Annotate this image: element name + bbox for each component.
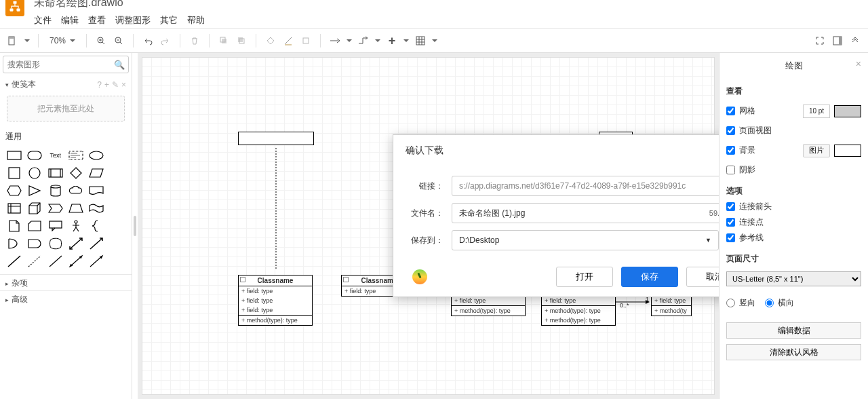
scratchpad-help-icon[interactable]: ? xyxy=(97,80,102,90)
canvas[interactable]: Classname + field: type + field: type + … xyxy=(138,53,719,399)
scratchpad-add-icon[interactable]: + xyxy=(104,80,109,90)
grid-checkbox[interactable] xyxy=(726,107,735,115)
conn-points-checkbox[interactable] xyxy=(726,218,735,227)
uml-class-box[interactable] xyxy=(238,132,314,145)
shape-text[interactable]: Text xyxy=(47,148,64,163)
menu-arrange[interactable]: 调整图形 xyxy=(115,14,151,26)
shape-document[interactable] xyxy=(87,183,105,198)
image-button[interactable]: 图片 xyxy=(803,144,830,157)
sidebar-advanced[interactable]: ▸高级 xyxy=(0,290,132,307)
shape-trapezoid[interactable] xyxy=(67,201,85,216)
shape-triangle[interactable] xyxy=(26,183,43,198)
shape-tape[interactable] xyxy=(87,201,105,216)
zoom-out-icon[interactable] xyxy=(113,35,125,47)
menu-file[interactable]: 文件 xyxy=(34,14,52,26)
shape-parallelogram[interactable] xyxy=(87,166,105,180)
shape-or[interactable] xyxy=(5,236,23,251)
guides-checkbox[interactable] xyxy=(726,233,735,242)
zoom-value[interactable]: 70% xyxy=(50,36,66,45)
connection-icon[interactable] xyxy=(329,35,341,47)
shape-square[interactable] xyxy=(5,166,23,180)
menu-edit[interactable]: 编辑 xyxy=(61,14,79,26)
shape-diamond[interactable] xyxy=(67,166,85,180)
bg-color-swatch[interactable] xyxy=(834,145,861,157)
shape-textbox[interactable] xyxy=(67,148,85,163)
insert-dropdown[interactable] xyxy=(403,39,409,42)
shape-arrow-thin[interactable] xyxy=(87,254,105,269)
grid-size-input[interactable]: 10 pt xyxy=(803,104,830,118)
zoom-in-icon[interactable] xyxy=(95,35,107,47)
shape-step[interactable] xyxy=(47,201,64,216)
shape-actor[interactable] xyxy=(67,218,85,233)
save-button[interactable]: 保存 xyxy=(621,267,678,287)
scratchpad-close-icon[interactable]: × xyxy=(121,80,126,90)
format-panel-icon[interactable] xyxy=(831,35,844,47)
grid-color-swatch[interactable] xyxy=(834,105,861,117)
shape-line[interactable] xyxy=(5,254,23,269)
search-icon[interactable]: 🔍 xyxy=(114,60,125,70)
clear-style-button[interactable]: 清除默认风格 xyxy=(726,344,861,360)
shape-ellipse[interactable] xyxy=(87,148,105,163)
collapse-icon[interactable] xyxy=(849,35,861,47)
shape-curly-brace[interactable] xyxy=(87,218,105,233)
shape-data-storage[interactable] xyxy=(47,236,64,251)
cancel-button[interactable]: 取消 xyxy=(686,267,719,287)
connection-dropdown[interactable] xyxy=(347,39,352,42)
fullscreen-icon[interactable] xyxy=(814,35,826,47)
shape-circle[interactable] xyxy=(26,166,43,180)
menu-extras[interactable]: 其它 xyxy=(160,14,178,26)
shape-cloud[interactable] xyxy=(67,183,85,198)
paper-size-select[interactable]: US-Letter (8,5" x 11") xyxy=(726,271,861,286)
fill-color-icon[interactable] xyxy=(264,35,277,47)
redo-icon[interactable] xyxy=(159,35,172,47)
insert-icon[interactable]: + xyxy=(386,35,398,47)
shape-bidir-thin[interactable] xyxy=(67,254,85,269)
scratchpad-edit-icon[interactable]: ✎ xyxy=(112,80,119,90)
document-title[interactable]: 未命名绘图.drawio xyxy=(34,0,205,10)
close-icon[interactable]: × xyxy=(856,58,861,69)
shadow-checkbox[interactable] xyxy=(726,166,735,174)
shape-card[interactable] xyxy=(26,218,43,233)
sidebar-misc[interactable]: ▸杂项 xyxy=(0,275,132,290)
menu-help[interactable]: 帮助 xyxy=(187,14,205,26)
shape-and[interactable] xyxy=(26,236,43,251)
waypoint-dropdown[interactable] xyxy=(375,39,380,42)
page-setup-dropdown[interactable] xyxy=(24,39,30,42)
shape-cylinder[interactable] xyxy=(47,183,64,198)
shape-line2[interactable] xyxy=(47,254,64,269)
shape-rect[interactable] xyxy=(5,148,23,163)
to-back-icon[interactable] xyxy=(235,35,248,47)
page-view-checkbox[interactable] xyxy=(726,126,735,135)
shape-callout[interactable] xyxy=(47,218,64,233)
table-icon[interactable] xyxy=(414,35,427,47)
splitter[interactable] xyxy=(132,53,138,399)
conn-arrows-checkbox[interactable] xyxy=(726,202,735,211)
scratchpad-dropzone[interactable]: 把元素拖至此处 xyxy=(7,96,125,121)
shape-round-rect[interactable] xyxy=(26,148,43,163)
landscape-radio[interactable] xyxy=(765,299,774,307)
page-setup-icon[interactable] xyxy=(7,35,19,47)
shape-cube[interactable] xyxy=(26,201,43,216)
scratchpad-section[interactable]: ▾便笺本 ? + ✎ × xyxy=(0,76,132,92)
search-input[interactable] xyxy=(3,56,129,73)
undo-icon[interactable] xyxy=(142,35,154,47)
delete-icon[interactable] xyxy=(189,35,201,47)
waypoint-icon[interactable] xyxy=(357,35,370,47)
shape-hexagon[interactable] xyxy=(5,183,23,198)
portrait-radio[interactable] xyxy=(726,299,735,307)
shadow-icon[interactable] xyxy=(300,35,312,47)
shape-internal-storage[interactable] xyxy=(5,201,23,216)
saveto-select[interactable]: D:\Desktop ▼ xyxy=(452,230,719,250)
shape-dashed-line[interactable] xyxy=(26,254,43,269)
shape-process[interactable] xyxy=(47,166,64,180)
shape-arrow[interactable] xyxy=(87,236,105,251)
zoom-dropdown[interactable] xyxy=(70,39,75,42)
shape-bidir-arrow[interactable] xyxy=(67,236,85,251)
filename-input[interactable]: 未命名绘图 (1).jpg 59.0 KB xyxy=(452,203,719,223)
background-checkbox[interactable] xyxy=(726,146,735,155)
link-input[interactable]: s://app.diagrams.net/d3f61e77-47d2-4089-… xyxy=(452,176,719,196)
shape-note[interactable] xyxy=(5,218,23,233)
line-color-icon[interactable] xyxy=(282,35,294,47)
to-front-icon[interactable] xyxy=(218,35,230,47)
open-button[interactable]: 打开 xyxy=(556,267,613,287)
